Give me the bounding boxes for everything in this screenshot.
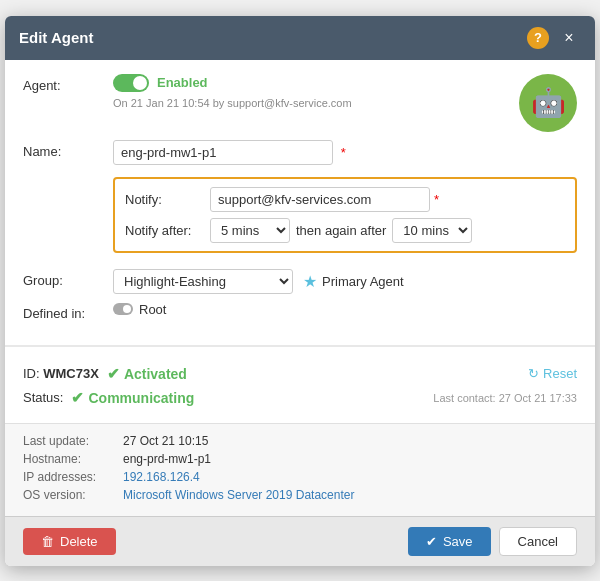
info-section: Last update: 27 Oct 21 10:15 Hostname: e…	[5, 423, 595, 516]
agent-label-row: Agent: Enabled	[23, 74, 509, 93]
last-update-row: Last update: 27 Oct 21 10:15	[23, 434, 577, 448]
notify-after-controls: 5 mins 1 min 2 mins 10 mins 15 mins 30 m…	[210, 218, 472, 243]
comm-check-icon: ✔	[71, 389, 84, 407]
close-button[interactable]: ×	[557, 26, 581, 50]
id-activated-area: ID: WMC73X ✔ Activated	[23, 365, 187, 383]
toggle-track[interactable]	[113, 74, 149, 92]
enabled-label: Enabled	[157, 75, 208, 90]
notify-input[interactable]	[210, 187, 430, 212]
status-section: ID: WMC73X ✔ Activated ↻ Reset Status:	[5, 353, 595, 423]
group-select[interactable]: Highlight-Eashing Group 2 Group 3	[113, 269, 293, 294]
then-again-label: then again after	[296, 223, 386, 238]
delete-label: Delete	[60, 534, 98, 549]
primary-agent-badge: ★ Primary Agent	[303, 272, 404, 291]
root-dot-icon	[113, 303, 133, 315]
reset-button[interactable]: ↻ Reset	[528, 366, 577, 381]
communicating-label: Communicating	[88, 390, 194, 406]
os-row: OS version: Microsoft Windows Server 201…	[23, 488, 577, 502]
cancel-button[interactable]: Cancel	[499, 527, 577, 556]
notify-after-row: Notify after: 5 mins 1 min 2 mins 10 min…	[125, 218, 565, 243]
save-label: Save	[443, 534, 473, 549]
star-icon: ★	[303, 272, 317, 291]
last-contact: Last contact: 27 Oct 21 17:33	[433, 392, 577, 404]
defined-in-value: Root	[139, 302, 166, 317]
notify-section: Notify: * Notify after: 5 mins 1 min	[113, 177, 577, 253]
notify-row: Notify: *	[125, 187, 565, 212]
agent-avatar: 🤖	[519, 74, 577, 132]
defined-in-value-area: Root	[113, 302, 577, 317]
primary-agent-label: Primary Agent	[322, 274, 404, 289]
toggle-thumb	[133, 76, 147, 90]
status-field-label: Status:	[23, 390, 63, 405]
group-row: Group: Highlight-Eashing Group 2 Group 3…	[23, 269, 577, 294]
help-button[interactable]: ?	[527, 27, 549, 49]
hostname-label: Hostname:	[23, 452, 123, 466]
defined-in-label: Defined in:	[23, 302, 113, 321]
os-label: OS version:	[23, 488, 123, 502]
communicating-status: ✔ Communicating	[71, 389, 194, 407]
agent-field-label: Agent:	[23, 74, 113, 93]
footer-right-buttons: ✔ Save Cancel	[408, 527, 577, 556]
activated-status: ✔ Activated	[107, 365, 187, 383]
status-left: Status: ✔ Communicating	[23, 389, 194, 407]
notify-section-row: Notify: * Notify after: 5 mins 1 min	[23, 173, 577, 261]
dialog-header: Edit Agent ? ×	[5, 16, 595, 60]
hostname-row: Hostname: eng-prd-mw1-p1	[23, 452, 577, 466]
name-field-area: *	[113, 140, 577, 165]
last-update-label: Last update:	[23, 434, 123, 448]
agent-toggle-area: Enabled	[113, 74, 509, 92]
then-again-select[interactable]: 10 mins 5 mins 15 mins 30 mins 60 mins	[392, 218, 472, 243]
dialog-footer: 🗑 Delete ✔ Save Cancel	[5, 516, 595, 566]
section-divider	[5, 345, 595, 347]
save-button[interactable]: ✔ Save	[408, 527, 491, 556]
edit-agent-dialog: Edit Agent ? × Agent:	[5, 16, 595, 566]
group-field-area: Highlight-Eashing Group 2 Group 3 ★ Prim…	[113, 269, 577, 294]
defined-in-row: Defined in: Root	[23, 302, 577, 321]
reset-label: Reset	[543, 366, 577, 381]
id-prefix: ID: WMC73X	[23, 366, 99, 381]
name-row: Name: *	[23, 140, 577, 165]
name-input[interactable]	[113, 140, 333, 165]
id-value: WMC73X	[43, 366, 99, 381]
ip-value: 192.168.126.4	[123, 470, 200, 484]
hostname-value: eng-prd-mw1-p1	[123, 452, 211, 466]
last-update-value: 27 Oct 21 10:15	[123, 434, 208, 448]
notify-spacer	[23, 173, 113, 177]
reset-icon: ↻	[528, 366, 539, 381]
delete-button[interactable]: 🗑 Delete	[23, 528, 116, 555]
agent-sub-info: On 21 Jan 21 10:54 by support@kfv-servic…	[113, 95, 509, 110]
id-reset-row: ID: WMC73X ✔ Activated ↻ Reset	[23, 365, 577, 383]
notify-required: *	[434, 192, 439, 207]
robot-icon: 🤖	[531, 86, 566, 119]
agent-info: Agent: Enabled On 21 Jan 21 10:54 by sup…	[23, 74, 509, 110]
dialog-body: Agent: Enabled On 21 Jan 21 10:54 by sup…	[5, 60, 595, 566]
agent-sub-text: On 21 Jan 21 10:54 by support@kfv-servic…	[113, 97, 352, 109]
ip-row: IP addresses: 192.168.126.4	[23, 470, 577, 484]
os-value: Microsoft Windows Server 2019 Datacenter	[123, 488, 354, 502]
dialog-title: Edit Agent	[19, 29, 93, 46]
header-actions: ? ×	[527, 26, 581, 50]
id-prefix-label: ID:	[23, 366, 40, 381]
top-section: Agent: Enabled On 21 Jan 21 10:54 by sup…	[5, 60, 595, 339]
activated-label: Activated	[124, 366, 187, 382]
name-required: *	[341, 145, 346, 160]
notify-after-select[interactable]: 5 mins 1 min 2 mins 10 mins 15 mins 30 m…	[210, 218, 290, 243]
status-row: Status: ✔ Communicating Last contact: 27…	[23, 389, 577, 407]
notify-bordered-area: Notify: * Notify after: 5 mins 1 min	[113, 173, 577, 261]
notify-label: Notify:	[125, 192, 210, 207]
save-checkmark-icon: ✔	[426, 534, 437, 549]
name-field-label: Name:	[23, 140, 113, 159]
root-icon	[113, 303, 133, 315]
cancel-label: Cancel	[518, 534, 558, 549]
group-field-label: Group:	[23, 269, 113, 288]
ip-label: IP addresses:	[23, 470, 123, 484]
notify-after-label: Notify after:	[125, 223, 210, 238]
agent-row: Agent: Enabled On 21 Jan 21 10:54 by sup…	[23, 74, 577, 132]
toggle-switch[interactable]	[113, 74, 149, 92]
trash-icon: 🗑	[41, 534, 54, 549]
check-icon: ✔	[107, 365, 120, 383]
